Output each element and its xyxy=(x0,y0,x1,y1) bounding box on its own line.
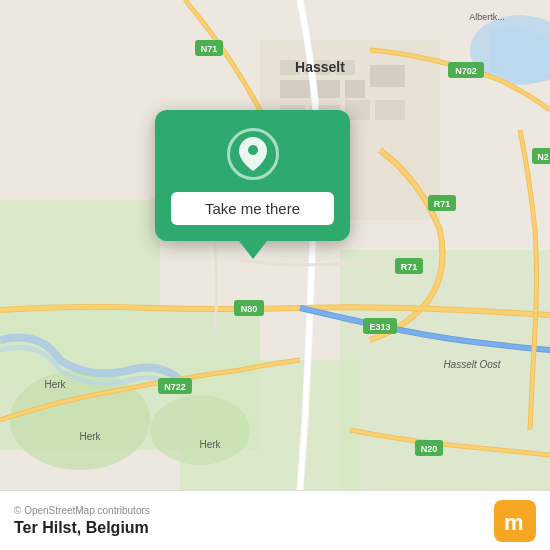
svg-point-44 xyxy=(248,145,258,155)
svg-text:N20: N20 xyxy=(421,444,438,454)
svg-text:Hasselt: Hasselt xyxy=(295,59,345,75)
svg-text:Herk: Herk xyxy=(199,439,221,450)
svg-rect-19 xyxy=(375,100,405,120)
svg-text:R71: R71 xyxy=(401,262,418,272)
svg-text:R71: R71 xyxy=(434,199,451,209)
svg-text:N71: N71 xyxy=(201,44,218,54)
svg-point-6 xyxy=(150,395,250,465)
svg-text:N80: N80 xyxy=(241,304,258,314)
svg-text:m: m xyxy=(504,510,524,535)
svg-rect-12 xyxy=(280,80,310,98)
svg-text:E313: E313 xyxy=(369,322,390,332)
bottom-bar: © OpenStreetMap contributors Ter Hilst, … xyxy=(0,490,550,550)
map-background: N71 N702 R71 R71 N80 E313 N722 N20 N2 Ha… xyxy=(0,0,550,490)
take-me-there-button[interactable]: Take me there xyxy=(171,192,334,225)
svg-text:N2: N2 xyxy=(537,152,549,162)
svg-text:Albertk...: Albertk... xyxy=(469,12,505,22)
svg-text:Herk: Herk xyxy=(44,379,66,390)
location-pin-icon xyxy=(227,128,279,180)
location-name: Ter Hilst, Belgium xyxy=(14,519,150,537)
svg-text:Hasselt Oost: Hasselt Oost xyxy=(443,359,501,370)
bottom-left-info: © OpenStreetMap contributors Ter Hilst, … xyxy=(14,505,150,537)
svg-rect-13 xyxy=(315,80,340,98)
svg-text:N722: N722 xyxy=(164,382,186,392)
svg-text:Herk: Herk xyxy=(79,431,101,442)
moovit-m-icon: m xyxy=(494,500,536,542)
svg-point-5 xyxy=(10,370,150,470)
svg-rect-14 xyxy=(345,80,365,98)
copyright-text: © OpenStreetMap contributors xyxy=(14,505,150,516)
svg-rect-15 xyxy=(370,65,405,87)
moovit-logo: m xyxy=(494,500,536,542)
map-popup: Take me there xyxy=(155,110,350,241)
map-container: N71 N702 R71 R71 N80 E313 N722 N20 N2 Ha… xyxy=(0,0,550,490)
svg-text:N702: N702 xyxy=(455,66,477,76)
